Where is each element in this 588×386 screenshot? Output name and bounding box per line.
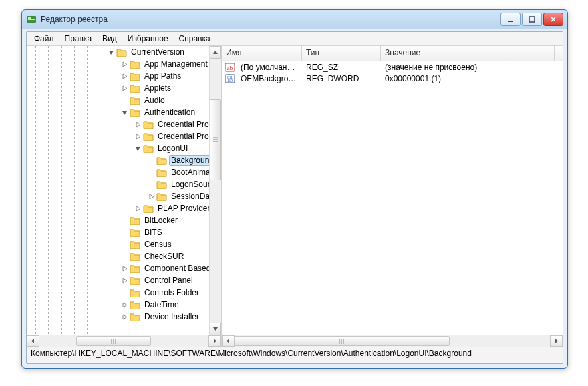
folder-icon bbox=[130, 216, 140, 225]
column-headers[interactable]: Имя Тип Значение bbox=[222, 46, 563, 61]
folder-icon bbox=[143, 144, 154, 153]
folder-icon bbox=[130, 276, 140, 285]
tree-node-label: Census bbox=[142, 239, 174, 250]
menu-edit[interactable]: Правка bbox=[60, 33, 97, 44]
tree-node[interactable]: LogonSoundP bbox=[27, 178, 221, 190]
value-row[interactable]: 011110OEMBackgroundREG_DWORD0x00000001 (… bbox=[222, 73, 563, 84]
column-value[interactable]: Значение bbox=[381, 46, 555, 61]
folder-icon bbox=[130, 95, 140, 105]
tree-node[interactable]: Credential Provide bbox=[27, 118, 221, 130]
registry-tree[interactable]: CurrentVersionApp ManagementApp PathsApp… bbox=[27, 46, 221, 335]
menu-favorites[interactable]: Избранное bbox=[123, 33, 173, 44]
maximize-button[interactable] bbox=[522, 13, 542, 26]
tree-node[interactable]: Controls Folder bbox=[27, 286, 221, 299]
value-row[interactable]: ab(По умолчанию)REG_SZ(значение не присв… bbox=[222, 61, 563, 73]
values-hscroll-thumb[interactable] bbox=[235, 336, 450, 346]
expander-open-icon[interactable] bbox=[107, 48, 115, 56]
tree-node[interactable]: Background bbox=[27, 154, 221, 166]
value-data: 0x00000001 (1) bbox=[381, 74, 555, 83]
folder-icon bbox=[130, 264, 140, 273]
tree-node[interactable]: PLAP Providers bbox=[27, 202, 221, 214]
titlebar[interactable]: Редактор реестра bbox=[22, 10, 567, 29]
expander-closed-icon[interactable] bbox=[120, 264, 128, 272]
tree-node[interactable]: Audio bbox=[27, 94, 221, 106]
expander-closed-icon[interactable] bbox=[120, 276, 128, 284]
tree-node-label: CurrentVersion bbox=[129, 47, 186, 57]
folder-icon bbox=[156, 168, 167, 177]
scroll-left-button[interactable] bbox=[222, 335, 235, 347]
folder-icon bbox=[156, 180, 167, 189]
tree-node[interactable]: CurrentVersion bbox=[27, 46, 221, 58]
expander-closed-icon[interactable] bbox=[134, 132, 142, 140]
folder-icon bbox=[130, 312, 140, 321]
folder-icon bbox=[130, 83, 140, 93]
tree-vscroll-thumb[interactable] bbox=[210, 99, 221, 180]
close-button[interactable] bbox=[543, 13, 563, 26]
tree-node-label: BITS bbox=[142, 227, 164, 238]
tree-node[interactable]: App Management bbox=[27, 58, 221, 70]
folder-icon bbox=[143, 120, 154, 129]
expander-none bbox=[147, 180, 155, 188]
menu-help[interactable]: Справка bbox=[174, 33, 215, 44]
expander-none bbox=[147, 168, 155, 176]
folder-icon bbox=[130, 71, 140, 81]
minimize-button[interactable] bbox=[500, 13, 521, 26]
expander-closed-icon[interactable] bbox=[120, 72, 128, 80]
expander-open-icon[interactable] bbox=[120, 108, 128, 116]
expander-open-icon[interactable] bbox=[134, 144, 142, 152]
tree-node-label: LogonUI bbox=[156, 143, 190, 154]
expander-closed-icon[interactable] bbox=[120, 60, 128, 68]
expander-closed-icon[interactable] bbox=[134, 120, 142, 128]
dword-value-icon: 011110 bbox=[225, 73, 235, 84]
tree-node[interactable]: DateTime bbox=[27, 299, 221, 311]
value-name: (По умолчанию) bbox=[237, 63, 302, 72]
tree-node-label: Authentication bbox=[142, 107, 197, 118]
expander-closed-icon[interactable] bbox=[120, 301, 128, 309]
expander-none bbox=[147, 156, 155, 164]
tree-vscrollbar[interactable] bbox=[209, 46, 221, 335]
tree-node[interactable]: SessionData bbox=[27, 190, 221, 202]
tree-node[interactable]: Census bbox=[27, 238, 221, 250]
tree-node[interactable]: Component Based Se bbox=[27, 262, 221, 274]
tree-node-label: Control Panel bbox=[142, 275, 195, 286]
column-type[interactable]: Тип bbox=[302, 46, 381, 61]
tree-node[interactable]: LogonUI bbox=[27, 142, 221, 154]
scroll-up-button[interactable] bbox=[210, 46, 221, 59]
scroll-left-button[interactable] bbox=[27, 335, 39, 347]
scroll-right-button[interactable] bbox=[550, 335, 563, 347]
tree-node[interactable]: Credential Provide bbox=[27, 130, 221, 142]
scroll-down-button[interactable] bbox=[210, 323, 221, 335]
tree-node-label: Audio bbox=[142, 95, 167, 106]
folder-icon bbox=[156, 192, 167, 201]
expander-closed-icon[interactable] bbox=[120, 84, 128, 92]
tree-node[interactable]: BootAnimation bbox=[27, 166, 221, 178]
folder-icon bbox=[130, 288, 140, 297]
tree-node[interactable]: Authentication bbox=[27, 106, 221, 118]
tree-hscrollbar[interactable] bbox=[27, 335, 221, 347]
value-name: OEMBackground bbox=[237, 74, 302, 83]
menu-file[interactable]: Файл bbox=[29, 33, 59, 44]
tree-node-label: PLAP Providers bbox=[156, 203, 216, 214]
tree-node[interactable]: Applets bbox=[27, 82, 221, 94]
string-value-icon: ab bbox=[225, 62, 235, 73]
values-list[interactable]: ab(По умолчанию)REG_SZ(значение не присв… bbox=[222, 61, 563, 335]
tree-node[interactable]: BitLocker bbox=[27, 214, 221, 226]
expander-closed-icon[interactable] bbox=[120, 313, 128, 321]
values-hscrollbar[interactable] bbox=[222, 335, 563, 347]
tree-node[interactable]: App Paths bbox=[27, 70, 221, 82]
svg-rect-4 bbox=[508, 21, 513, 22]
expander-closed-icon[interactable] bbox=[134, 204, 142, 212]
expander-none bbox=[120, 96, 128, 104]
folder-icon bbox=[130, 240, 140, 249]
tree-node[interactable]: BITS bbox=[27, 226, 221, 238]
tree-node[interactable]: Control Panel bbox=[27, 274, 221, 286]
menu-view[interactable]: Вид bbox=[98, 33, 122, 44]
tree-node[interactable]: CheckSUR bbox=[27, 250, 221, 262]
expander-closed-icon[interactable] bbox=[147, 192, 155, 200]
folder-icon bbox=[130, 59, 140, 69]
column-name[interactable]: Имя bbox=[222, 46, 302, 61]
tree-hscroll-thumb[interactable] bbox=[76, 336, 151, 346]
scroll-right-button[interactable] bbox=[208, 335, 221, 347]
svg-rect-1 bbox=[28, 17, 31, 19]
tree-node[interactable]: Device Installer bbox=[27, 311, 221, 323]
